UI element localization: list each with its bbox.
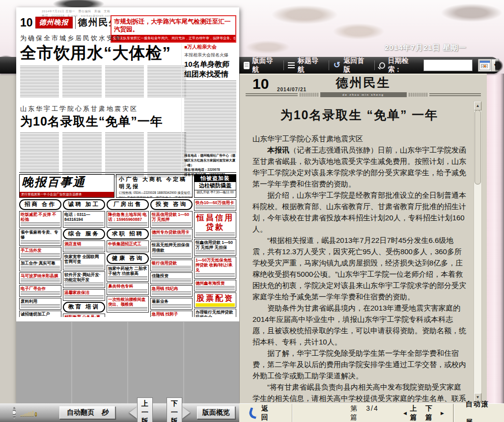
left-arrow-icon <box>129 407 137 419</box>
simulated-text <box>147 132 186 178</box>
auto-scroll-button[interactable]: 自动滚屏 <box>454 395 504 422</box>
article-paragraph: 据了解，华宇工学院免除受助学生第一学年全部学费和住宿费，第二学年及以后的费用由学… <box>252 347 466 381</box>
classified-ad: 马可波罗纳米彩晶膜 <box>19 272 61 284</box>
volume-slider[interactable] <box>21 409 37 416</box>
simulated-text <box>105 132 144 178</box>
article-paragraphs: 本报讯（记者王志强通讯员张静）日前，山东华宇工学院发函至甘肃省岷县，欲为该地地震… <box>252 144 466 403</box>
article-1-kicker: 为确保全市城乡居民饮水安全 <box>20 34 186 43</box>
classified-ad: 1—50万无抵保免抵押贷款 收购/转让/承兑 <box>194 257 236 279</box>
article-scrollbar[interactable]: ▲ ▼ <box>474 101 482 402</box>
classified-ad: 软件开发·网站开发·功能定制开发 <box>63 271 105 288</box>
page-overview-button[interactable]: 版面概览 <box>197 406 235 419</box>
classified-ad: 精彩教育 公务员·事业编·教师招考 笔试 面试辅导班 <box>63 314 105 317</box>
classified-category-header: 健康 咨询 <box>107 253 149 264</box>
article-reader-panel: 10 2014/07/21 德州民生 de zhou min sheng 为10… <box>240 74 487 403</box>
current-date-label: 2014年7月21日 星期一 <box>385 43 467 53</box>
article-2-headline: 为10名录取生“免单”一年 <box>20 115 186 129</box>
date-search-input[interactable] <box>423 59 473 71</box>
next-article-arrow[interactable]: ▶ <box>441 411 444 416</box>
list-icon <box>288 62 294 68</box>
classified-ad: 佳隆投资 <box>150 272 193 284</box>
article-2: 山东华宇工学院心系甘肃地震灾区 为10名录取生“免单”一年 <box>20 105 186 178</box>
article-2-body <box>20 132 186 178</box>
scroll-up-button[interactable]: ▲ <box>474 102 481 110</box>
side-story: ■万人相亲大会 本报相亲大会报名火爆 10名单身教师 组团来找爱情 报名地点：德… <box>181 44 236 177</box>
seconds-label: 秒 <box>101 408 108 416</box>
auto-flip-button[interactable]: 自动翻页秒 <box>59 406 115 419</box>
page-nav-button[interactable]: 版面导航 <box>244 56 279 74</box>
classified-category-header: 综合 服务 <box>63 229 105 239</box>
classified-column: 投资 咨询恒昌信用贷款 1—50万 无抵押德州专办贷款信用卡恒昌无抵押无担保信用… <box>150 199 193 317</box>
next-article-button[interactable]: 下篇 <box>425 404 437 422</box>
classified-category-header: 教育 培训 <box>63 302 105 313</box>
toolbar-divider <box>329 60 329 70</box>
classified-ad: 吃饭减肥 不反弹 不松弛 <box>19 211 61 228</box>
notice-title: 市规划拆迁，大学路汽车尾气检测迁至汇一汽贸园。 <box>112 16 235 35</box>
article-title: 为10名录取生 “免单” 一年 <box>252 107 466 123</box>
article-kicker: 山东华宇工学院心系甘肃地震灾区 <box>252 133 466 144</box>
classified-category-header: 招商 合作 <box>19 199 61 210</box>
back-to-front-button[interactable]: ↺ 返回首版 <box>334 56 370 74</box>
article-controls-bar: 返 回 第 3/4 篇 ◀ 上篇 下篇 ▶ 自动滚屏 <box>239 403 504 422</box>
prev-article-arrow[interactable]: ◀ <box>403 411 407 416</box>
contact-line: 报名地点：德州晚报社广告中心（德城区东方红路东方家园对面宝林大厦一楼） <box>184 153 236 167</box>
simulated-text <box>184 80 236 153</box>
classified-ad: 手工活外发 <box>19 247 61 259</box>
classified-ad: 电子厂寻合作 <box>19 285 61 297</box>
simulated-text <box>20 66 59 97</box>
classified-ad: 电话：0311—84316194 <box>63 211 105 228</box>
back-label: 返 回 <box>261 404 283 422</box>
classified-ad: 德州专办贷款信用卡 <box>150 229 193 240</box>
prev-page-label: 上一版 <box>137 397 153 422</box>
bar-divider <box>292 404 292 422</box>
classified-ad: 最新业务 <box>150 298 193 310</box>
auto-scroll-group: 自动滚屏 <box>453 404 504 422</box>
side-story-title: 10名单身教师 组团来找爱情 <box>184 59 236 79</box>
date-search-label: 日期检索： <box>388 56 419 74</box>
classified-ad: 恒昌信用贷款 1—50万 无抵押 <box>150 211 193 228</box>
article-nav-group: ◀ 上篇 下篇 ▶ <box>403 404 444 422</box>
classified-column: 招商 合作吃饭减肥 不反弹 不松弛雀中雀麻将专卖、专修手工活外发加工合作·真实可… <box>19 199 61 317</box>
classified-ad: 废料利用 <box>19 298 61 310</box>
back-button[interactable]: 返 回 <box>239 404 292 422</box>
speaker-icon[interactable] <box>13 407 16 419</box>
classified-ad: 诚招缝纫加工户 <box>19 311 61 317</box>
scrollbar-thumb[interactable] <box>475 110 481 185</box>
classified-ad: 恒鑫信用贷款 1—50万 无抵押 无担保 <box>194 239 236 256</box>
classified-section: 晚报百事通 发行量稳居第一中小企业广告投放首选媒体 小广告 大商机 今定稿 明见… <box>19 172 236 319</box>
classified-column: 快办10—50万信用卡恒昌信用贷款恒鑫信用贷款 1—50万 无抵押 无担保1—5… <box>194 199 236 317</box>
classified-ad: 雀中雀麻将专卖、专修 <box>19 229 61 245</box>
page-nav-label: 版面导航 <box>252 56 279 74</box>
back-swoosh-icon <box>248 407 258 419</box>
classified-header: 晚报百事通 发行量稳居第一中小企业广告投放首选媒体 小广告 大商机 今定稿 明见… <box>19 174 236 198</box>
newspaper-page-viewer[interactable]: 2014年7月21日 星期一 责任编辑 美编 文检 电话：2220018 E-m… <box>16 7 239 403</box>
calendar-dropdown-arrow: ▼ <box>491 59 499 71</box>
classified-logo: 晚报百事通 发行量稳居第一中小企业广告投放首选媒体 <box>19 174 114 198</box>
prev-page-button[interactable]: 上一版 <box>129 397 153 422</box>
classified-column: 厂房出售降价急售土地车间 电话：15965960887求职 招聘中铁集团招正式工… <box>107 199 149 317</box>
title-nav-button[interactable]: 标题导航 <box>288 56 324 74</box>
next-page-button[interactable]: 下一版 <box>167 397 190 422</box>
classified-ad: 恒昌无抵押无担保信用借款 <box>150 241 193 258</box>
article-paragraph: 据介绍，山东华宇工学院是经教育部批准设立的全日制普通本科院校。根据教育部、山东省… <box>252 189 466 235</box>
calendar-icon <box>479 60 490 70</box>
calendar-button[interactable]: ▼ <box>478 59 499 72</box>
volume-handle[interactable] <box>35 412 37 416</box>
article-paragraph: 资助条件为甘肃省岷县境内，在2013年遭受地震灾害家庭的2014年应届高中毕业生… <box>252 302 466 347</box>
classified-ad: 急用钱 找纪冉 <box>150 285 193 297</box>
classified-category-header: 诚聘 加工 <box>63 199 105 210</box>
article-1-body <box>20 66 186 97</box>
classified-ad: 急用钱 找郭子 <box>150 311 193 317</box>
next-page-label: 下一版 <box>167 397 182 422</box>
simulated-text <box>62 132 101 178</box>
classified-ad: 鼻炎特色专科 <box>107 283 149 294</box>
classified-ad: 办理银行无抵押贷款 码超中介 15169166366 <box>194 309 236 317</box>
prev-article-button[interactable]: 上篇 <box>410 404 422 422</box>
classified-ad: 降价急售土地车间 电话：15965960887 <box>107 211 149 228</box>
classified-ad: 快办10—50万信用卡 <box>194 199 236 211</box>
article-content[interactable]: 为10名录取生 “免单” 一年 山东华宇工学院心系甘肃地震灾区 本报讯（记者王志… <box>246 100 472 403</box>
search-icon <box>379 62 385 69</box>
classified-ad: 恒昌信用贷款 <box>194 212 236 237</box>
title-nav-label: 标题导航 <box>298 56 324 74</box>
page-controls-bar: 自动翻页秒 上一版 下一版 版面概览 <box>0 403 239 422</box>
